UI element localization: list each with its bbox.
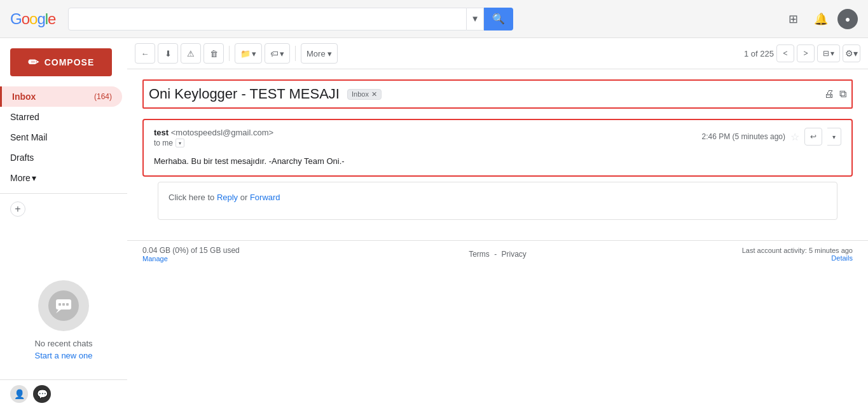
next-page-button[interactable]: > [797,44,815,62]
plus-icon: + [15,203,20,215]
labels-dropdown-icon: ▾ [280,49,284,58]
archive-button[interactable]: ⬇ [158,43,178,64]
back-button[interactable]: ← [135,43,155,64]
start-new-chat-link[interactable]: Start a new one [34,351,92,360]
delete-icon: 🗑 [210,49,218,58]
move-dropdown-icon: ▾ [252,49,256,58]
sidebar: ✏ COMPOSE Inbox (164) Starred Sent Mail … [0,38,127,408]
move-to-button[interactable]: 📁 ▾ [235,43,262,64]
privacy-link[interactable]: Privacy [502,250,527,259]
sidebar-more-label: More [10,173,31,183]
terms-link[interactable]: Terms [469,250,490,259]
email-message: test <motospeedsl@gmail.com> to me ▾ 2:4… [142,119,853,177]
sidebar-inbox-label: Inbox [12,92,36,102]
search-dropdown-button[interactable]: ▼ [467,8,484,31]
prev-page-button[interactable]: < [776,44,794,62]
labels-button[interactable]: 🏷 ▾ [265,43,290,64]
sidebar-item-drafts[interactable]: Drafts [0,147,122,168]
main-layout: ✏ COMPOSE Inbox (164) Starred Sent Mail … [0,38,868,408]
avatar-initial: ● [845,14,850,24]
no-recent-chats-text: No recent chats [10,339,117,348]
email-thread: Oni Keylogger - TEST MESAJI Inbox ✕ 🖨 ⧉ [127,69,868,240]
pagination-text: 1 of 225 [744,49,774,58]
email-toolbar: ← ⬇ ⚠ 🗑 📁 ▾ 🏷 ▾ More ▾ [127,38,868,69]
details-link[interactable]: Details [616,254,853,262]
print-button[interactable]: 🖨 [824,88,834,100]
email-subject-bar: Oni Keylogger - TEST MESAJI Inbox ✕ 🖨 ⧉ [142,79,853,109]
svg-rect-4 [62,303,65,306]
reply-button-small[interactable]: ↩ [804,128,822,146]
sidebar-item-sent[interactable]: Sent Mail [0,127,122,147]
add-label-button[interactable]: + [10,201,25,217]
header-right: ⊞ 🔔 ● [782,8,858,31]
search-input[interactable] [68,8,467,31]
notifications-button[interactable]: 🔔 [809,8,832,31]
toolbar-separator-1 [229,46,230,61]
sidebar-item-more[interactable]: More ▾ [0,168,122,188]
star-button[interactable]: ☆ [790,131,799,143]
manage-link[interactable]: Manage [142,255,168,262]
sidebar-inbox-badge: (164) [94,92,112,101]
logo-o1: o [22,10,29,28]
message-more-button[interactable]: ▾ [827,128,841,146]
email-timestamp: 2:46 PM (5 minutes ago) [702,132,785,141]
view-icon: ⊟ [823,49,829,58]
view-selector-button[interactable]: ⊟ ▾ [817,44,840,62]
sidebar-divider [0,193,127,194]
delete-button[interactable]: 🗑 [203,43,224,64]
footer: 0.04 GB (0%) of 15 GB used Manage Terms … [127,240,868,268]
logo-o2: o [29,10,37,28]
search-button[interactable]: 🔍 [484,8,513,31]
spam-icon: ⚠ [187,49,195,58]
chat-bubble-icon [48,290,79,321]
chat-icon-container [38,280,89,331]
to-label: to me [154,139,173,147]
chat-icon: 💬 [37,389,48,399]
more-icon: ▾ [832,133,836,140]
svg-rect-3 [59,303,61,306]
email-meta: 2:46 PM (5 minutes ago) ☆ ↩ ▾ [702,128,841,146]
logo-g: G [10,10,22,28]
inbox-badge-text: Inbox [352,90,369,98]
inbox-badge-close[interactable]: ✕ [371,90,377,99]
content-area: ← ⬇ ⚠ 🗑 📁 ▾ 🏷 ▾ More ▾ [127,38,868,408]
sidebar-item-starred[interactable]: Starred [0,107,122,127]
svg-rect-5 [66,303,69,306]
more-chevron-icon: ▾ [32,173,36,183]
reply-link[interactable]: Reply [217,193,238,202]
sidebar-bottom: 👤 💬 [0,379,127,408]
person-icon: 👤 [14,389,25,399]
settings-button[interactable]: ⚙ ▾ [843,44,860,62]
back-icon: ← [141,49,149,58]
more-actions-label: More ▾ [307,49,332,58]
footer-links: Terms - Privacy [379,250,616,259]
new-window-icon: ⧉ [839,88,846,99]
prev-icon: < [783,49,787,58]
reply-click-here-text: Click here to [169,193,217,202]
to-dropdown-button[interactable]: ▾ [176,139,184,147]
header: Google ▼ 🔍 ⊞ 🔔 ● [0,0,868,38]
sidebar-chat-icon[interactable]: 💬 [33,385,51,403]
new-window-button[interactable]: ⧉ [839,88,846,100]
avatar[interactable]: ● [837,9,858,29]
sidebar-item-inbox[interactable]: Inbox (164) [0,86,122,107]
more-actions-button[interactable]: More ▾ [301,43,338,64]
compose-plus-icon: ✏ [28,55,39,70]
storage-manage: Manage [142,255,379,262]
chat-section: No recent chats Start a new one [0,270,127,371]
spam-button[interactable]: ⚠ [181,43,201,64]
email-from-addr: <motospeedsl@gmail.com> [171,128,273,137]
reply-or-text: or [238,193,250,202]
storage-info: 0.04 GB (0%) of 15 GB used Manage [142,246,379,262]
inbox-label-badge: Inbox ✕ [347,89,382,100]
logo-e: e [48,10,55,28]
sidebar-starred-label: Starred [10,112,39,122]
compose-button[interactable]: ✏ COMPOSE [10,48,112,76]
apps-button[interactable]: ⊞ [782,8,804,31]
view-dropdown-icon: ▾ [830,49,834,58]
sidebar-person-icon[interactable]: 👤 [10,385,28,403]
next-icon: > [803,49,808,58]
forward-link[interactable]: Forward [250,193,280,202]
email-message-header: test <motospeedsl@gmail.com> to me ▾ 2:4… [154,128,841,147]
reply-area[interactable]: Click here to Reply or Forward [158,182,837,220]
